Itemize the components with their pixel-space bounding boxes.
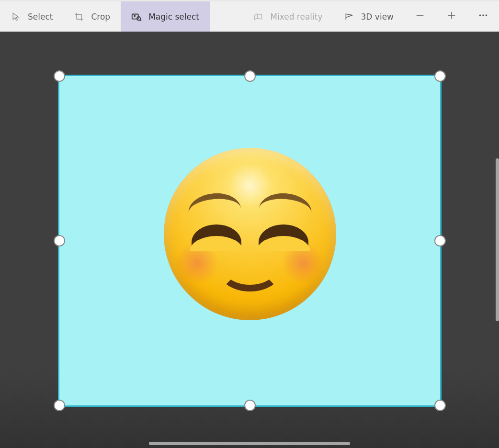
emoji-eyebrow-left [187, 191, 241, 215]
vertical-scrollbar[interactable] [496, 158, 499, 321]
resize-handle-bottom-middle[interactable] [244, 400, 256, 411]
tool-mixed-reality-label: Mixed reality [270, 12, 322, 22]
emoji-mouth [219, 263, 281, 291]
tool-select[interactable]: Select [0, 1, 63, 32]
tool-crop[interactable]: Crop [63, 1, 121, 32]
tool-magic-select[interactable]: Magic select [121, 1, 210, 32]
svg-point-4 [482, 14, 484, 16]
tool-3d-view[interactable]: 3D view [333, 1, 404, 32]
horizontal-scrollbar[interactable] [149, 442, 350, 445]
resize-handle-middle-left[interactable] [54, 235, 65, 246]
zoom-out-button[interactable] [404, 1, 436, 32]
tool-crop-label: Crop [91, 12, 110, 22]
canvas-selection[interactable] [59, 76, 440, 405]
svg-point-3 [479, 14, 481, 16]
magic-select-icon [131, 11, 142, 22]
ellipsis-icon [478, 10, 488, 23]
workspace[interactable] [0, 32, 499, 448]
resize-handle-top-right[interactable] [434, 70, 446, 82]
svg-point-5 [486, 14, 488, 16]
svg-point-2 [134, 15, 136, 17]
cursor-icon [11, 11, 21, 22]
mixed-reality-icon [253, 11, 263, 22]
emoji-smiling-face [164, 148, 336, 320]
resize-handle-top-middle[interactable] [244, 70, 256, 82]
emoji-eyebrow-right [259, 191, 313, 215]
more-options-button[interactable] [467, 1, 499, 32]
resize-handle-bottom-left[interactable] [54, 400, 65, 411]
emoji-eye-left [192, 224, 241, 246]
plus-icon [446, 10, 457, 23]
tool-3d-view-label: 3D view [361, 12, 394, 22]
tool-select-label: Select [28, 12, 53, 22]
resize-handle-middle-right[interactable] [434, 235, 446, 246]
zoom-in-button[interactable] [436, 1, 467, 32]
toolbar: Select Crop Magic select Mix [0, 0, 499, 32]
resize-handle-bottom-right[interactable] [434, 400, 446, 411]
minus-icon [415, 10, 425, 23]
toolbar-spacer [210, 1, 242, 32]
emoji-eye-right [259, 224, 308, 246]
flag-3d-icon [344, 11, 354, 22]
crop-icon [74, 11, 84, 22]
resize-handle-top-left[interactable] [54, 70, 65, 82]
tool-mixed-reality: Mixed reality [242, 1, 333, 32]
tool-magic-select-label: Magic select [148, 12, 199, 22]
